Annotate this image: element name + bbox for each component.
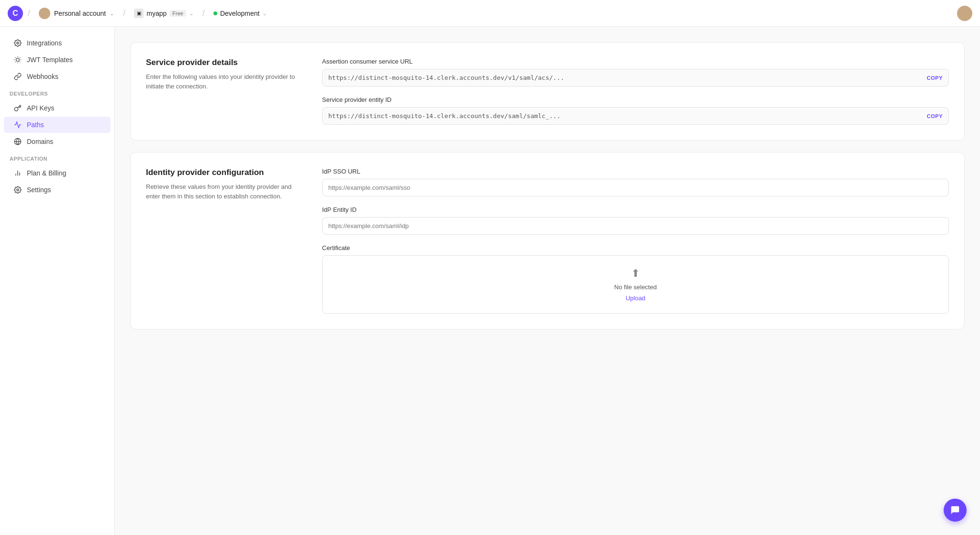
svg-line-7 [15, 62, 16, 62]
svg-point-0 [16, 58, 20, 62]
sidebar-integrations-label: Integrations [27, 39, 62, 47]
navbar: C / Personal account ⌄ / ▣ myapp Free ⌄ … [0, 0, 980, 27]
sidebar-item-jwt[interactable]: JWT Templates [4, 52, 111, 68]
key-icon [13, 104, 22, 112]
svg-line-3 [15, 57, 16, 58]
certificate-label: Certificate [322, 244, 949, 251]
entity-id-value: https://distinct-mosquito-14.clerk.accou… [323, 108, 921, 124]
sidebar-item-paths[interactable]: Paths [4, 117, 111, 133]
service-provider-info: Service provider details Enter the follo… [146, 58, 299, 125]
acs-label: Assertion consumer service URL [322, 58, 949, 65]
env-status-dot [213, 11, 217, 15]
sidebar-item-webhooks[interactable]: Webhooks [4, 68, 111, 85]
certificate-upload-area: ⬆ No file selected Upload [322, 255, 949, 314]
sidebar-item-settings[interactable]: Settings [4, 182, 111, 198]
identity-provider-info: Identity provider configuration Retrieve… [146, 168, 299, 314]
app-chevron-icon: ⌄ [189, 10, 194, 17]
settings-icon [13, 186, 22, 194]
sidebar-application-label: APPLICATION [0, 150, 114, 164]
service-provider-fields: Assertion consumer service URL https://d… [322, 58, 949, 125]
sidebar-paths-label: Paths [27, 121, 44, 129]
service-provider-card: Service provider details Enter the follo… [130, 42, 965, 141]
svg-line-8 [20, 57, 20, 58]
account-switcher[interactable]: Personal account ⌄ [35, 6, 118, 21]
chat-button[interactable] [944, 499, 967, 522]
sidebar-domains-label: Domains [27, 138, 53, 145]
identity-provider-desc: Retrieve these values from your identity… [146, 182, 299, 201]
upload-link[interactable]: Upload [625, 295, 645, 302]
sidebar-api-keys-label: API Keys [27, 104, 55, 112]
svg-line-4 [20, 62, 20, 62]
sidebar-webhooks-label: Webhooks [27, 73, 58, 80]
entity-id-input[interactable] [322, 217, 949, 235]
app-switcher[interactable]: ▣ myapp Free ⌄ [130, 7, 198, 20]
service-provider-desc: Enter the following values into your ide… [146, 72, 299, 91]
sidebar: Integrations JWT Templates Webhooks DEVE… [0, 27, 115, 535]
breadcrumb-sep-2: / [123, 8, 125, 18]
sidebar-item-plan-billing[interactable]: Plan & Billing [4, 165, 111, 181]
bar-chart-icon [13, 169, 22, 177]
app-logo[interactable]: C [8, 6, 23, 21]
service-provider-title: Service provider details [146, 58, 299, 67]
sso-url-label: IdP SSO URL [322, 168, 949, 175]
entity-id-input-label: IdP Entity ID [322, 206, 949, 213]
app-plan-badge: Free [169, 10, 186, 17]
no-file-text: No file selected [614, 284, 657, 291]
app-name: myapp [146, 10, 167, 17]
upload-icon: ⬆ [631, 267, 640, 280]
sso-url-input[interactable] [322, 179, 949, 197]
user-avatar[interactable] [957, 6, 972, 21]
sidebar-plan-billing-label: Plan & Billing [27, 169, 67, 177]
breadcrumb-sep-3: / [202, 8, 205, 18]
layout: Integrations JWT Templates Webhooks DEVE… [0, 27, 980, 535]
sun-icon [13, 55, 22, 64]
env-chevron-icon: ⌄ [262, 10, 267, 17]
acs-url-field: https://distinct-mosquito-14.clerk.accou… [322, 69, 949, 87]
main-content: Service provider details Enter the follo… [115, 27, 980, 535]
chat-icon [950, 505, 960, 515]
account-avatar [39, 8, 50, 19]
entity-id-copy-button[interactable]: COPY [921, 109, 948, 123]
svg-point-14 [17, 189, 19, 191]
sidebar-developers-label: DEVELOPERS [0, 85, 114, 99]
entity-id-label: Service provider entity ID [322, 96, 949, 103]
app-icon: ▣ [134, 9, 144, 18]
paths-icon [13, 120, 22, 129]
link-icon [13, 72, 22, 81]
entity-id-field: https://distinct-mosquito-14.clerk.accou… [322, 107, 949, 125]
acs-url-value: https://distinct-mosquito-14.clerk.accou… [323, 69, 921, 86]
account-label: Personal account [54, 10, 106, 17]
identity-provider-title: Identity provider configuration [146, 168, 299, 177]
navbar-right [957, 6, 972, 21]
breadcrumb-sep-1: / [28, 8, 30, 18]
sidebar-item-domains[interactable]: Domains [4, 133, 111, 150]
env-name: Development [220, 10, 260, 17]
env-switcher[interactable]: Development ⌄ [210, 8, 271, 19]
identity-provider-fields: IdP SSO URL IdP Entity ID Certificate ⬆ … [322, 168, 949, 314]
account-chevron-icon: ⌄ [110, 10, 114, 17]
globe-icon [13, 137, 22, 146]
sidebar-item-api-keys[interactable]: API Keys [4, 100, 111, 116]
identity-provider-card: Identity provider configuration Retrieve… [130, 152, 965, 329]
sidebar-item-integrations[interactable]: Integrations [4, 35, 111, 51]
sidebar-jwt-label: JWT Templates [27, 56, 73, 64]
gear-icon [13, 39, 22, 47]
acs-copy-button[interactable]: COPY [921, 71, 948, 85]
sidebar-settings-label: Settings [27, 186, 51, 194]
